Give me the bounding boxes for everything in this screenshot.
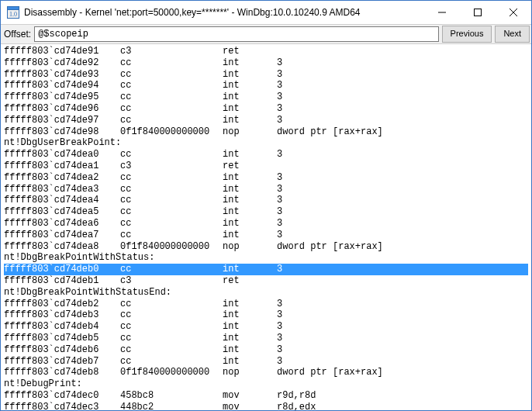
operands: dword ptr [rax+rax]	[277, 241, 383, 253]
mnemonic: nop	[223, 367, 277, 378]
addr: fffff803`cd74de93	[4, 69, 120, 81]
addr: fffff803`cd74de91	[4, 46, 120, 57]
operands: 3	[277, 92, 282, 103]
disasm-row[interactable]: fffff803`cd74dea7ccint3	[4, 230, 528, 241]
bytes: cc	[120, 92, 223, 103]
mnemonic: int	[223, 195, 277, 206]
mnemonic: int	[223, 172, 277, 184]
bytes: cc	[120, 344, 223, 356]
addr: fffff803`cd74deb1	[4, 275, 120, 287]
disasm-row[interactable]: fffff803`cd74dea2ccint3	[4, 172, 528, 184]
disasm-row[interactable]: fffff803`cd74dea3ccint3	[4, 184, 528, 195]
operands: 3	[277, 69, 282, 81]
addr: fffff803`cd74de97	[4, 115, 120, 126]
mnemonic: ret	[223, 46, 277, 57]
disasm-row[interactable]: fffff803`cd74de91c3ret	[4, 46, 528, 57]
operands: 3	[277, 103, 282, 115]
maximize-button[interactable]	[460, 1, 496, 24]
bytes: cc	[120, 69, 223, 81]
mnemonic: int	[223, 344, 277, 356]
mnemonic: int	[223, 103, 277, 115]
operands: r9d,r8d	[277, 390, 316, 402]
disasm-row[interactable]: fffff803`cd74deb80f1f840000000000nopdwor…	[4, 367, 528, 378]
disasm-row[interactable]: fffff803`cd74dea1c3ret	[4, 161, 528, 172]
mnemonic: int	[223, 230, 277, 241]
disasm-row[interactable]: fffff803`cd74dea5ccint3	[4, 206, 528, 218]
addr: fffff803`cd74deb7	[4, 356, 120, 368]
operands: 3	[277, 149, 282, 161]
disassembly-view[interactable]: fffff803`cd74de91c3retfffff803`cd74de92c…	[1, 44, 531, 410]
minimize-button[interactable]	[424, 1, 460, 24]
disasm-label[interactable]: nt!DebugPrint:	[4, 378, 528, 390]
disasm-row[interactable]: fffff803`cd74deb4ccint3	[4, 321, 528, 333]
bytes: cc	[120, 230, 223, 241]
bytes: 448bc2	[120, 402, 223, 410]
bytes: cc	[120, 195, 223, 206]
disasm-row[interactable]: fffff803`cd74de980f1f840000000000nopdwor…	[4, 126, 528, 138]
disasm-row[interactable]: fffff803`cd74dec0458bc8movr9d,r8d	[4, 390, 528, 402]
disasm-row[interactable]: fffff803`cd74deb1c3ret	[4, 275, 528, 287]
disasm-row[interactable]: fffff803`cd74de93ccint3	[4, 69, 528, 81]
disasm-label[interactable]: nt!DbgUserBreakPoint:	[4, 137, 528, 149]
close-button[interactable]	[496, 1, 531, 24]
addr: fffff803`cd74deb3	[4, 309, 120, 321]
previous-button[interactable]: Previous	[442, 26, 492, 43]
bytes: cc	[120, 103, 223, 115]
bytes: cc	[120, 264, 223, 275]
addr: fffff803`cd74de92	[4, 57, 120, 69]
svg-rect-5	[475, 9, 482, 16]
disasm-row[interactable]: fffff803`cd74de96ccint3	[4, 103, 528, 115]
bytes: cc	[120, 333, 223, 344]
mnemonic: int	[223, 57, 277, 69]
disasm-row[interactable]: fffff803`cd74de94ccint3	[4, 80, 528, 92]
bytes: 0f1f840000000000	[120, 241, 223, 253]
offset-label: Offset:	[2, 29, 34, 40]
disasm-row[interactable]: fffff803`cd74deb3ccint3	[4, 309, 528, 321]
mnemonic: mov	[223, 390, 277, 402]
addr: fffff803`cd74de98	[4, 126, 120, 138]
addr: fffff803`cd74deb8	[4, 367, 120, 378]
disasm-row[interactable]: fffff803`cd74dec3448bc2movr8d,edx	[4, 402, 528, 410]
addr: fffff803`cd74dea2	[4, 172, 120, 184]
disasm-row[interactable]: fffff803`cd74dea80f1f840000000000nopdwor…	[4, 241, 528, 253]
disasm-label[interactable]: nt!DbgBreakPointWithStatusEnd:	[4, 287, 528, 299]
operands: 3	[277, 80, 282, 92]
bytes: 0f1f840000000000	[120, 367, 223, 378]
bytes: cc	[120, 57, 223, 69]
disasm-row[interactable]: fffff803`cd74de95ccint3	[4, 92, 528, 103]
addr: fffff803`cd74de95	[4, 92, 120, 103]
operands: 3	[277, 184, 282, 195]
disasm-row[interactable]: fffff803`cd74deb5ccint3	[4, 333, 528, 344]
bytes: cc	[120, 206, 223, 218]
addr: fffff803`cd74deb6	[4, 344, 120, 356]
disasm-row[interactable]: fffff803`cd74deb2ccint3	[4, 299, 528, 310]
operands: 3	[277, 321, 282, 333]
mnemonic: int	[223, 356, 277, 368]
next-button[interactable]: Next	[495, 26, 530, 43]
operands: 3	[277, 309, 282, 321]
operands: 3	[277, 356, 282, 368]
disasm-row[interactable]: fffff803`cd74dea4ccint3	[4, 195, 528, 206]
disasm-row[interactable]: fffff803`cd74deb7ccint3	[4, 356, 528, 368]
disasm-row[interactable]: fffff803`cd74deb0ccint3	[4, 264, 528, 275]
mnemonic: int	[223, 333, 277, 344]
disasm-row[interactable]: fffff803`cd74de92ccint3	[4, 57, 528, 69]
mnemonic: int	[223, 218, 277, 230]
mnemonic: int	[223, 321, 277, 333]
disasm-row[interactable]: fffff803`cd74dea6ccint3	[4, 218, 528, 230]
operands: 3	[277, 195, 282, 206]
window-controls	[424, 1, 531, 24]
bytes: cc	[120, 356, 223, 368]
operands: 3	[277, 344, 282, 356]
offset-input[interactable]	[34, 26, 438, 42]
disasm-label[interactable]: nt!DbgBreakPointWithStatus:	[4, 252, 528, 264]
titlebar[interactable]: 1.0 Disassembly - Kernel 'net:port=50000…	[1, 1, 531, 25]
disasm-row[interactable]: fffff803`cd74deb6ccint3	[4, 344, 528, 356]
bytes: cc	[120, 172, 223, 184]
disasm-row[interactable]: fffff803`cd74dea0ccint3	[4, 149, 528, 161]
disasm-row[interactable]: fffff803`cd74de97ccint3	[4, 115, 528, 126]
mnemonic: int	[223, 206, 277, 218]
bytes: cc	[120, 299, 223, 310]
svg-rect-1	[8, 7, 19, 9]
bytes: 0f1f840000000000	[120, 126, 223, 138]
